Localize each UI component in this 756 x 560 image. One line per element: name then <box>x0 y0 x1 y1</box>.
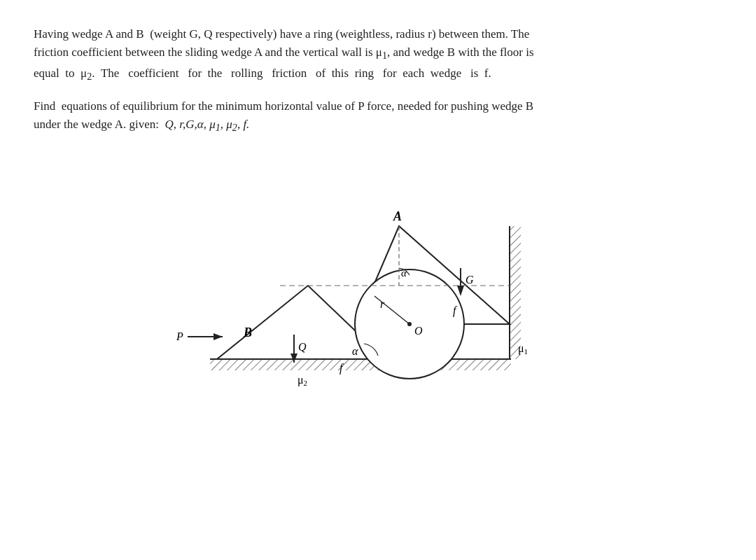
wall-hatch <box>510 226 521 359</box>
label-B: B <box>243 326 252 340</box>
P-arrowhead <box>214 333 223 340</box>
page: Having wedge A and B (weight G, Q respec… <box>0 0 756 425</box>
label-Q: Q <box>298 341 307 353</box>
label-alpha: α <box>352 345 358 357</box>
label-A: A <box>393 209 402 223</box>
label-P: P <box>176 330 183 342</box>
problem-paragraph1: Having wedge A and B (weight G, Q respec… <box>34 25 722 85</box>
problem-paragraph2: Find equations of equilibrium for the mi… <box>34 97 722 136</box>
label-r: r <box>380 298 385 310</box>
label-O: O <box>414 325 423 337</box>
label-mu2: μ2 <box>298 374 307 387</box>
diagram-area: O r A B G μ1 f f α <box>34 156 722 408</box>
label-mu1: μ1 <box>518 342 528 356</box>
floor-hatch <box>210 359 511 370</box>
diagram-svg: O r A B G μ1 f f α <box>140 156 616 408</box>
label-G: G <box>465 274 474 286</box>
